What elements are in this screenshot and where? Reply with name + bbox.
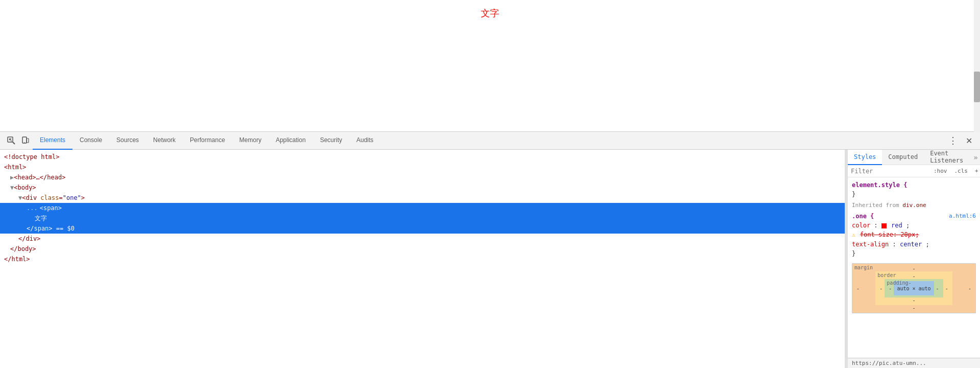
html-line-div-close[interactable]: </div> (0, 234, 845, 244)
text-align-property: text-align (852, 241, 889, 248)
styles-tab-more[interactable]: » (969, 151, 980, 164)
elements-panel[interactable]: <!doctype html> <html> ▶<head>…</head> ▼… (0, 150, 845, 368)
styles-filter-bar: :hov .cls + (848, 165, 980, 177)
font-size-property-line: ⚠ font-size: 20px; (852, 230, 976, 240)
filter-add-button[interactable]: + (972, 167, 980, 175)
scrollbar-thumb[interactable] (974, 72, 980, 102)
border-bottom-value: - (877, 297, 950, 303)
html-line-span-close[interactable]: </span> == $0 (0, 223, 845, 234)
one-source-link[interactable]: a.html:6 (949, 212, 976, 221)
styles-tab-computed[interactable]: Computed (882, 150, 924, 165)
color-value: red (891, 222, 902, 229)
tab-performance[interactable]: Performance (183, 132, 232, 150)
styles-filter-input[interactable] (851, 168, 929, 175)
margin-left-value: - (854, 286, 862, 291)
margin-middle: - border - - padding- (854, 271, 973, 305)
filter-hov-button[interactable]: :hov (931, 167, 950, 175)
close-devtools-icon[interactable]: ✕ (962, 133, 976, 148)
text-align-value: center (900, 241, 922, 248)
box-border: border - - padding- - (875, 271, 952, 305)
inspect-element-icon[interactable] (4, 133, 18, 148)
styles-tab-event-listeners[interactable]: Event Listeners (924, 150, 969, 165)
element-style-rule: element.style { } (848, 179, 980, 200)
filter-buttons: :hov .cls + (931, 167, 980, 175)
tab-console[interactable]: Console (72, 132, 109, 150)
padding-label: padding- (887, 280, 911, 286)
html-line-text[interactable]: 文字 (0, 213, 845, 223)
styles-subtabs: Styles Computed Event Listeners » (848, 150, 980, 165)
color-swatch[interactable] (881, 223, 887, 228)
html-line-body-open[interactable]: ▼<body> (0, 182, 845, 193)
color-property: color (852, 222, 870, 229)
tab-sources[interactable]: Sources (109, 132, 146, 150)
one-selector: .one { (852, 213, 874, 220)
html-line-span-open[interactable]: ...<span> (0, 203, 845, 213)
page-content-text: 文字 (481, 7, 499, 19)
html-line-head[interactable]: ▶<head>…</head> (0, 172, 845, 182)
tab-application[interactable]: Application (268, 132, 313, 150)
viewport-scrollbar[interactable] (974, 0, 980, 132)
more-options-icon[interactable]: ⋮ (945, 133, 960, 148)
devtools-main: <!doctype html> <html> ▶<head>…</head> ▼… (0, 150, 980, 368)
text-align-property-line: text-align : center ; (852, 240, 976, 249)
devtools-toolbar: Elements Console Sources Network Perform… (0, 132, 980, 150)
margin-label: margin (854, 265, 873, 270)
devtools-panel: Elements Console Sources Network Perform… (0, 132, 980, 368)
tab-network[interactable]: Network (146, 132, 183, 150)
html-line-html-close[interactable]: </html> (0, 254, 845, 264)
html-line-body-close[interactable]: </body> (0, 244, 845, 254)
one-rule-closing: } (852, 250, 855, 257)
status-bar-url: https://pic.atu-umn... (852, 360, 926, 366)
svg-point-4 (24, 142, 25, 143)
html-line-div-open[interactable]: ▼<div class="one"> (0, 193, 845, 203)
border-left-value: - (877, 286, 885, 291)
status-bar: https://pic.atu-umn... (848, 358, 980, 368)
tab-elements[interactable]: Elements (33, 132, 72, 150)
inherited-from-element: div.one (902, 202, 926, 209)
warning-icon: ⚠ (852, 232, 855, 238)
content-size: auto × auto (897, 286, 930, 291)
element-style-closing: } (852, 191, 855, 198)
toolbar-end-icons: ⋮ ✕ (945, 133, 976, 148)
device-toolbar-icon[interactable] (18, 133, 33, 148)
tab-security[interactable]: Security (313, 132, 349, 150)
html-line-doctype[interactable]: <!doctype html> (0, 152, 845, 162)
box-padding: padding- - auto × auto - (885, 279, 943, 297)
border-label: border (877, 272, 896, 278)
margin-right-value: - (966, 286, 973, 291)
color-property-line: color : red ; (852, 221, 976, 230)
styles-panel: Styles Computed Event Listeners » :hov .… (847, 150, 980, 368)
svg-rect-3 (27, 139, 29, 143)
styles-content: element.style { } Inherited from div.one… (848, 177, 980, 358)
padding-left-value: - (887, 286, 894, 291)
margin-bottom-value: - (854, 305, 973, 311)
one-rule: .one { a.html:6 color : red ; ⚠ fo (848, 211, 980, 259)
styles-tab-styles[interactable]: Styles (848, 150, 882, 165)
filter-cls-button[interactable]: .cls (952, 167, 971, 175)
border-right-value: - (943, 286, 950, 291)
padding-right-value: - (934, 286, 941, 291)
tab-memory[interactable]: Memory (232, 132, 268, 150)
svg-line-1 (13, 142, 15, 144)
html-line-html[interactable]: <html> (0, 162, 845, 172)
browser-viewport: 文字 (0, 0, 980, 132)
element-style-selector: element.style { (852, 181, 907, 189)
tab-audits[interactable]: Audits (349, 132, 380, 150)
box-model-diagram: margin - - border - - padding- (852, 263, 976, 313)
box-margin: margin - - border - - padding- (852, 264, 975, 313)
border-middle: - padding- - auto × auto (877, 279, 950, 297)
inherited-from-label: Inherited from div.one (848, 200, 980, 211)
font-size-property: font-size: 20px; (860, 231, 919, 238)
